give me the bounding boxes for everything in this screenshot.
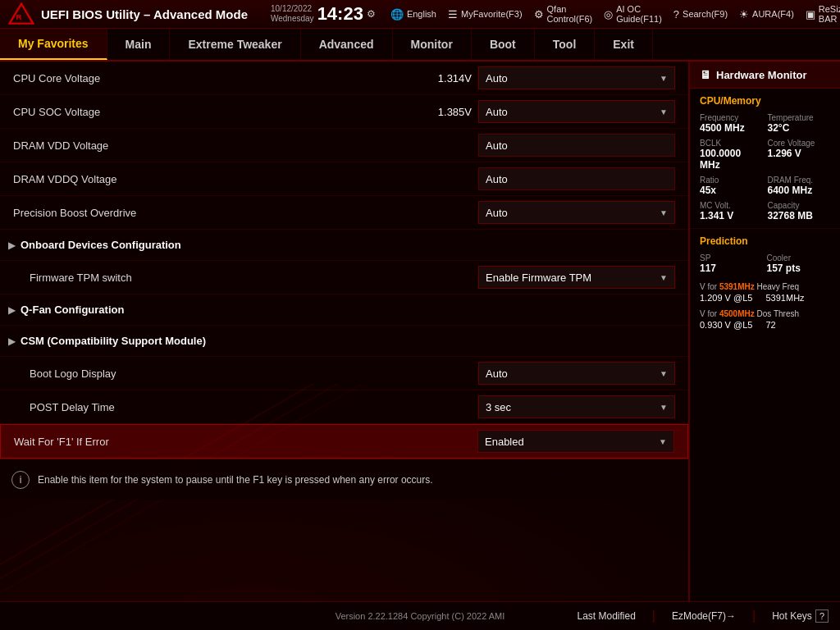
cpu-core-voltage-dropdown[interactable]: Auto ▼	[478, 66, 675, 89]
freq2-val: 72	[766, 320, 831, 330]
top-nav-aioc[interactable]: ◎ AI OC Guide(F11)	[604, 4, 662, 24]
tab-main[interactable]: Main	[107, 29, 171, 60]
dram-vddq-voltage-label: DRAM VDDQ Voltage	[13, 173, 478, 185]
freq2-block: V for 4500MHz Dos Thresh 0.930 V @L5 72	[700, 309, 830, 330]
dram-vdd-voltage-row[interactable]: DRAM VDD Voltage Auto	[0, 129, 688, 162]
info-bar: i Enable this item for the system to pau…	[0, 459, 688, 500]
copyright-text: Version 2.22.1284 Copyright (C) 2022 AMI	[336, 611, 505, 621]
firmware-tpm-label: Firmware TPM switch	[30, 272, 478, 284]
cpu-core-voltage-static: 1.314V	[414, 72, 472, 84]
top-nav-aura[interactable]: ☀ AURA(F4)	[739, 8, 794, 21]
hot-keys-button[interactable]: Hot Keys ?	[772, 609, 829, 623]
chevron-down-icon: ▼	[660, 74, 668, 83]
nav-tabs: My Favorites Main Extreme Tweaker Advanc…	[0, 29, 840, 62]
firmware-tpm-row[interactable]: Firmware TPM switch Enable Firmware TPM …	[0, 261, 688, 294]
freq1-val: 5391MHz	[766, 293, 831, 303]
cpu-core-voltage-label: CPU Core Voltage	[13, 72, 414, 84]
freq2-label: V for 4500MHz Dos Thresh	[700, 309, 830, 318]
top-nav-myfavorite[interactable]: ☰ MyFavorite(F3)	[448, 8, 523, 21]
cooler-item: Cooler 157 pts	[767, 253, 831, 274]
top-nav-qfan[interactable]: ⚙ Qfan Control(F6)	[534, 4, 593, 24]
qfan-icon: ⚙	[534, 8, 544, 21]
frequency-item: Frequency 4500 MHz	[700, 113, 763, 134]
onboard-devices-section[interactable]: ▶ Onboard Devices Configuration	[0, 230, 688, 261]
top-nav-aioc-label: AI OC Guide(F11)	[616, 4, 662, 24]
tab-boot[interactable]: Boot	[472, 29, 535, 60]
precision-boost-overdrive-row[interactable]: Precision Boost Overdrive Auto ▼	[0, 196, 688, 230]
top-nav-english[interactable]: 🌐 English	[390, 8, 436, 21]
post-delay-time-dropdown[interactable]: 3 sec ▼	[478, 395, 675, 418]
precision-boost-overdrive-dropdown[interactable]: Auto ▼	[478, 201, 675, 224]
top-nav-aura-label: AURA(F4)	[752, 9, 794, 19]
dram-vddq-voltage-dropdown[interactable]: Auto	[478, 167, 675, 190]
sp-item: SP 117	[700, 253, 764, 274]
cpu-core-voltage-row[interactable]: CPU Core Voltage 1.314V Auto ▼	[0, 62, 688, 95]
cpu-soc-voltage-static: 1.385V	[414, 106, 472, 118]
freq1-block: V for 5391MHz Heavy Freq 1.209 V @L5 539…	[700, 282, 830, 303]
boot-logo-display-dropdown[interactable]: Auto ▼	[478, 362, 675, 385]
boot-logo-display-row[interactable]: Boot Logo Display Auto ▼	[0, 357, 688, 390]
firmware-tpm-dropdown[interactable]: Enable Firmware TPM ▼	[478, 266, 675, 289]
last-modified-button[interactable]: Last Modified	[577, 610, 635, 622]
resizebar-icon: ▣	[806, 8, 815, 21]
info-text: Enable this item for the system to pause…	[38, 474, 433, 486]
hot-keys-icon: ?	[815, 609, 829, 623]
qfan-config-label: Q-Fan Configuration	[21, 304, 675, 316]
precision-boost-overdrive-label: Precision Boost Overdrive	[13, 207, 478, 219]
top-nav-qfan-label: Qfan Control(F6)	[547, 4, 593, 24]
wait-for-f1-row[interactable]: Wait For 'F1' If Error Enabled ▼	[0, 424, 688, 459]
chevron-right-icon: ▶	[8, 304, 16, 316]
rog-logo: R	[8, 2, 34, 25]
date-display: 10/12/2022Wednesday	[271, 4, 314, 24]
tab-monitor[interactable]: Monitor	[393, 29, 472, 60]
cpu-soc-voltage-dropdown[interactable]: Auto ▼	[478, 100, 675, 123]
globe-icon: 🌐	[390, 8, 404, 21]
search-icon: ?	[673, 8, 679, 21]
bottom-bar: Version 2.22.1284 Copyright (C) 2022 AMI…	[0, 601, 840, 630]
content-panel: CPU Core Voltage 1.314V Auto ▼ CPU SOC V…	[0, 62, 688, 601]
aioc-icon: ◎	[604, 8, 613, 21]
tab-exit[interactable]: Exit	[595, 29, 653, 60]
cpu-memory-section: CPU/Memory Frequency 4500 MHz Temperatur…	[690, 89, 840, 229]
csm-section[interactable]: ▶ CSM (Compatibility Support Module)	[0, 326, 688, 357]
tab-my-favorites[interactable]: My Favorites	[0, 29, 107, 60]
capacity-item: Capacity 32768 MB	[768, 201, 831, 221]
settings-clock-icon[interactable]: ⚙	[367, 8, 376, 20]
dram-vddq-voltage-row[interactable]: DRAM VDDQ Voltage Auto	[0, 162, 688, 196]
sp-cooler-grid: SP 117 Cooler 157 pts	[700, 253, 830, 274]
tab-tool[interactable]: Tool	[535, 29, 596, 60]
post-delay-time-row[interactable]: POST Delay Time 3 sec ▼	[0, 390, 688, 424]
svg-text:R: R	[16, 12, 22, 21]
dram-freq-item: DRAM Freq. 6400 MHz	[768, 176, 831, 196]
chevron-right-icon: ▶	[8, 240, 16, 251]
chevron-down-icon: ▼	[660, 273, 668, 282]
cpu-soc-voltage-row[interactable]: CPU SOC Voltage 1.385V Auto ▼	[0, 95, 688, 129]
monitor-icon: 🖥	[700, 68, 711, 81]
cpu-soc-voltage-label: CPU SOC Voltage	[13, 106, 414, 118]
boot-logo-display-label: Boot Logo Display	[30, 368, 478, 380]
ez-mode-button[interactable]: EzMode(F7)→	[672, 610, 736, 622]
wait-for-f1-dropdown[interactable]: Enabled ▼	[477, 430, 674, 453]
top-nav-resizebar[interactable]: ▣ ReSize BAR	[806, 4, 840, 24]
onboard-devices-label: Onboard Devices Configuration	[21, 239, 675, 251]
bclk-item: BCLK 100.0000 MHz	[700, 139, 763, 171]
info-icon: i	[11, 471, 30, 489]
freq2-volt: 0.930 V @L5	[700, 320, 765, 330]
time-display: 14:23	[317, 3, 363, 25]
temperature-item: Temperature 32°C	[768, 113, 831, 134]
chevron-down-icon: ▼	[660, 369, 668, 378]
cpu-memory-title: CPU/Memory	[700, 95, 830, 107]
tab-extreme-tweaker[interactable]: Extreme Tweaker	[170, 29, 300, 60]
logo-area: R UEFI BIOS Utility – Advanced Mode	[8, 2, 248, 25]
main-area: CPU Core Voltage 1.314V Auto ▼ CPU SOC V…	[0, 62, 840, 601]
dram-vdd-voltage-dropdown[interactable]: Auto	[478, 134, 675, 157]
top-nav-search[interactable]: ? Search(F9)	[673, 8, 728, 21]
freq1-volt: 1.209 V @L5	[700, 293, 765, 303]
aura-icon: ☀	[739, 8, 749, 21]
top-nav-myfavorite-label: MyFavorite(F3)	[461, 9, 523, 19]
qfan-config-section[interactable]: ▶ Q-Fan Configuration	[0, 294, 688, 326]
chevron-down-icon: ▼	[660, 208, 668, 217]
tab-advanced[interactable]: Advanced	[301, 29, 393, 60]
top-bar: R UEFI BIOS Utility – Advanced Mode 10/1…	[0, 0, 840, 29]
cpu-memory-grid: Frequency 4500 MHz Temperature 32°C BCLK…	[700, 113, 830, 221]
